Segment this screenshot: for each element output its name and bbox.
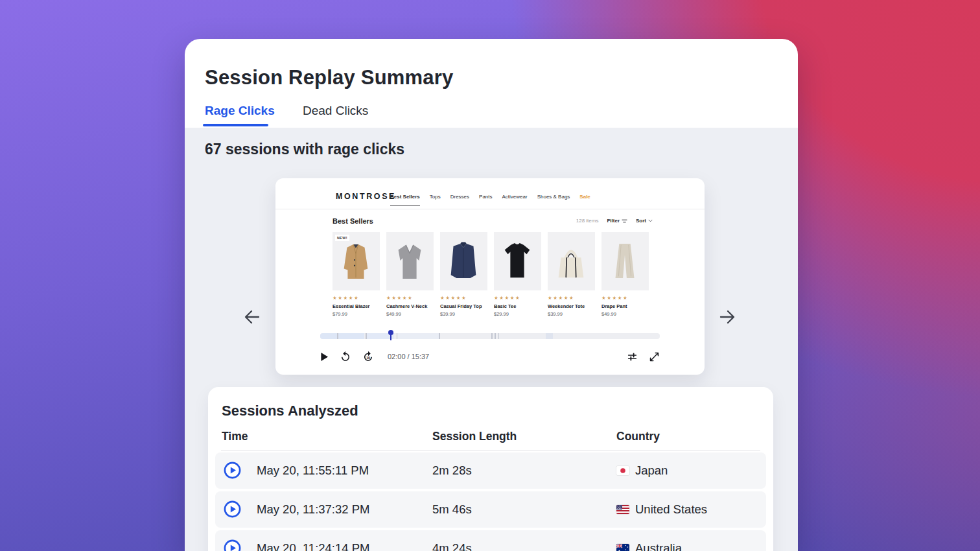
store-meta-row: 128 items Filter Sort [576,218,653,224]
playback-time: 02:00 / 15:37 [388,353,429,360]
svg-text:10: 10 [366,356,370,360]
arrow-right-icon [718,308,736,326]
product-card: ★★★★★ Basic Tee $29.99 [494,232,541,317]
store-nav: Best Sellers Tops Dresses Pants Activewe… [390,194,590,205]
play-circle-icon [224,500,241,518]
active-tab-indicator [203,124,268,126]
session-length: 2m 28s [432,463,472,478]
sessions-table-title: Sessions Analyszed [222,403,358,419]
session-country: Japan [635,463,668,478]
timeline-event-marker [498,333,500,339]
session-length: 4m 24s [432,541,472,551]
session-time: May 20, 11:55:11 PM [257,463,369,478]
product-name: Weekender Tote [548,303,595,309]
new-badge: NEW! [335,235,349,241]
flag-united-states-icon [616,505,629,514]
product-rating: ★★★★★ [332,295,380,301]
product-price: $39.99 [440,311,487,317]
store-logo: MONTROSE [336,192,396,201]
timeline-playhead[interactable] [388,330,393,335]
play-circle-icon [224,539,241,551]
product-card: ★★★★★ Casual Friday Top $39.99 [440,232,487,317]
timeline-activity-segment [320,333,364,339]
timeline-event-marker [397,333,398,339]
replay-timeline-scrubber[interactable] [320,333,660,339]
product-rating: ★★★★★ [601,295,649,301]
next-session-button[interactable] [718,308,736,329]
arrow-left-icon [243,308,261,326]
product-card: NEW! ★★★★★ Essential Blazer $79.9 [332,232,380,317]
timeline-event-marker [495,333,496,339]
session-row[interactable]: May 20, 11:24:14 PM 4m 24s [215,530,766,551]
store-nav-divider [275,209,705,209]
sessions-analyzed-card: Sessions Analyszed Time Session Length C… [208,387,773,551]
store-nav-tops: Tops [430,194,441,205]
timeline-event-marker [439,333,440,339]
tab-dead-clicks[interactable]: Dead Clicks [303,104,368,118]
play-session-button[interactable] [224,462,241,482]
session-time: May 20, 11:24:14 PM [257,541,369,551]
session-row[interactable]: May 20, 11:55:11 PM 2m 28s Japan [215,452,766,489]
product-name: Cashmere V-Neck [386,303,434,309]
pants-image [606,239,644,284]
session-length: 5m 46s [432,502,472,517]
table-header-divider [221,450,760,451]
forward-10-icon: 10 [362,351,374,362]
play-button[interactable] [320,352,329,362]
gradient-background: Session Replay Summary Rage Clicks Dead … [0,0,980,551]
blazer-image [337,239,375,284]
session-replay-card: Session Replay Summary Rage Clicks Dead … [185,39,798,551]
product-price: $49.99 [601,311,649,317]
product-price: $49.99 [386,311,434,317]
page-title: Session Replay Summary [205,66,453,89]
rewind-button[interactable] [340,351,351,362]
product-rating: ★★★★★ [440,295,487,301]
rage-clicks-panel: 67 sessions with rage clicks MONTROSE Be… [185,128,798,551]
session-country: United States [635,502,707,517]
playback-settings-button[interactable] [627,351,638,362]
play-session-button[interactable] [224,539,241,551]
replay-frame-storefront: MONTROSE Best Sellers Tops Dresses Pants… [275,178,705,319]
timeline-event-marker [491,333,493,339]
play-session-button[interactable] [224,500,241,521]
product-card: ★★★★★ Weekender Tote $39.99 [548,232,595,317]
shirt-image [445,239,482,284]
product-price: $79.99 [332,311,380,317]
product-name: Essential Blazer [332,303,380,309]
timeline-activity-segment [397,333,439,339]
store-filter-control: Filter [607,218,627,224]
flag-japan-icon [616,466,629,475]
session-replay-player: MONTROSE Best Sellers Tops Dresses Pants… [275,178,705,375]
product-name: Casual Friday Top [440,303,487,309]
column-header-country: Country [616,430,660,443]
filter-icon [622,218,627,224]
store-nav-dresses: Dresses [450,194,469,205]
session-row[interactable]: May 20, 11:37:32 PM 5m 46s [215,491,766,528]
product-card: ★★★★★ Drape Pant $49.99 [601,232,649,317]
timeline-activity-segment [546,333,554,339]
forward-10-button[interactable]: 10 [362,351,374,362]
store-section-title: Best Sellers [332,217,373,225]
sweater-image [391,239,428,284]
tune-sliders-icon [627,351,638,362]
play-circle-icon [224,462,241,479]
product-name: Drape Pant [601,303,649,309]
tshirt-image [498,239,536,284]
timeline-event-marker [337,333,338,339]
product-price: $29.99 [494,311,541,317]
store-sort-control: Sort [636,218,653,224]
store-sort-label: Sort [636,218,646,224]
product-card: ★★★★★ Cashmere V-Neck $49.99 [386,232,434,317]
timeline-event-marker [366,333,367,339]
store-nav-best-sellers: Best Sellers [390,194,420,205]
store-items-count: 128 items [576,218,599,224]
store-nav-pants: Pants [479,194,492,205]
product-rating: ★★★★★ [386,295,434,301]
previous-session-button[interactable] [243,308,261,329]
store-nav-sale: Sale [579,194,590,205]
store-filter-label: Filter [607,218,620,224]
product-rating: ★★★★★ [548,295,595,301]
fullscreen-button[interactable] [649,351,660,362]
product-grid: NEW! ★★★★★ Essential Blazer $79.9 [332,232,649,317]
tab-rage-clicks[interactable]: Rage Clicks [205,104,275,118]
